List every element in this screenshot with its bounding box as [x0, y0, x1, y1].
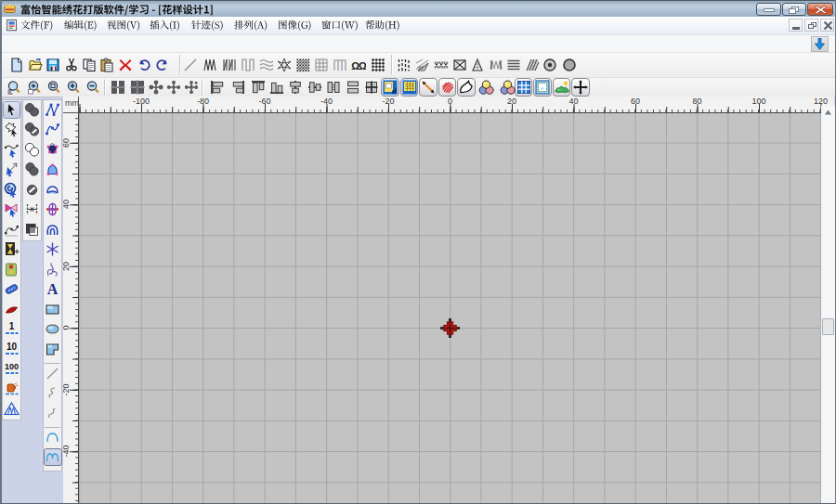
svg-text:100: 100	[4, 362, 18, 371]
svg-text:A: A	[47, 281, 59, 297]
svg-text:ΩΩ: ΩΩ	[351, 60, 366, 71]
svg-text:1: 1	[8, 321, 14, 331]
svg-text:10: 10	[6, 342, 17, 352]
